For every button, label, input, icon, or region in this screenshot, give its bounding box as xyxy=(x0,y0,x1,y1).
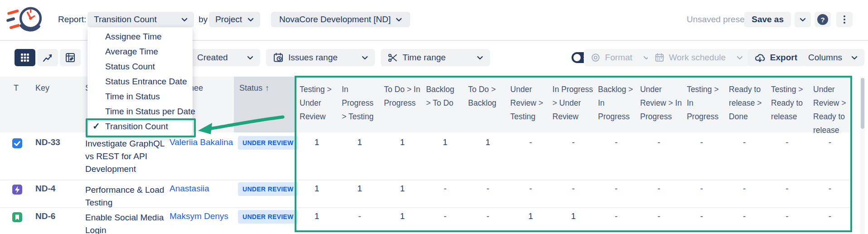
menu-item-transition-count[interactable]: ✓ Transition Count xyxy=(87,119,193,134)
issue-key-link[interactable]: ND-4 xyxy=(35,184,55,194)
table-row[interactable]: ND-4 Performance & Load Testing Anastasi… xyxy=(0,180,851,208)
transition-values-row: 1 1 1 1 1 - - - - - - - - xyxy=(296,137,851,147)
transition-value-cell: - xyxy=(595,211,637,221)
work-schedule-label: Work schedule xyxy=(669,53,726,63)
save-as-chevron-button[interactable] xyxy=(795,12,811,27)
menu-item-time-in-status-per-date[interactable]: Time in Status per Date xyxy=(87,104,193,119)
transition-column-header[interactable]: Testing > Ready to release xyxy=(767,77,809,137)
row-divider xyxy=(0,207,851,208)
issue-summary: Enable Social Media Login xyxy=(85,211,167,234)
transition-value-cell: - xyxy=(424,211,466,221)
assignee-link[interactable]: Valeriia Bakalina xyxy=(170,137,233,147)
help-button[interactable]: ? xyxy=(815,12,831,27)
save-as-button[interactable]: Save as xyxy=(744,12,791,27)
export-label: Export xyxy=(770,53,797,63)
grid-view-icon xyxy=(20,53,29,62)
pivot-view-icon xyxy=(65,52,76,63)
transition-values-row: 1 - 1 - - 1 1 - - - - - - xyxy=(296,211,851,221)
scrollbar-thumb[interactable] xyxy=(861,78,864,129)
issue-summary: Performance & Load Testing xyxy=(85,184,167,209)
issue-summary: Investigate GraphQL vs REST for API Deve… xyxy=(85,137,167,176)
chevron-down-icon xyxy=(737,56,743,60)
transition-value-cell: - xyxy=(723,211,766,221)
menu-item-time-in-status[interactable]: Time in Status xyxy=(87,89,193,104)
issue-key-link[interactable]: ND-33 xyxy=(35,137,60,147)
transition-value-cell: - xyxy=(509,184,552,194)
transition-value-cell: - xyxy=(809,137,851,147)
export-button[interactable]: Export xyxy=(747,49,804,66)
table-row[interactable]: ND-33 Investigate GraphQL vs REST for AP… xyxy=(0,132,851,180)
more-options-button[interactable] xyxy=(836,12,853,27)
transition-column-header[interactable]: To Do > Backlog xyxy=(464,77,506,137)
app-logo-stopwatch-icon xyxy=(6,4,45,38)
transition-value-cell: - xyxy=(509,137,552,147)
transition-value-cell: - xyxy=(723,184,766,194)
transition-column-header[interactable]: Backlog > To Do xyxy=(422,77,464,137)
sort-ascending-icon: ↑ xyxy=(265,83,269,93)
column-header-status[interactable]: Status↑ xyxy=(239,83,269,93)
target-icon xyxy=(591,53,601,63)
transition-value-cell: 1 xyxy=(296,184,338,194)
issue-key-link[interactable]: ND-6 xyxy=(35,211,55,221)
column-header-key[interactable]: Key xyxy=(35,83,49,93)
columns-dropdown[interactable]: Columns xyxy=(801,49,864,66)
project-selector-dropdown[interactable]: NovaCore Development [ND] xyxy=(271,12,410,27)
time-range-label: Time range xyxy=(402,53,446,63)
transition-column-header[interactable]: To Do > In Progress xyxy=(380,77,422,137)
sort-field-dropdown[interactable]: Created xyxy=(190,49,260,66)
transition-value-cell: - xyxy=(766,211,808,221)
preset-status-text: Unsaved preset xyxy=(687,15,747,24)
transition-value-cell: - xyxy=(338,211,381,221)
transition-value-cell: - xyxy=(637,211,680,221)
chevron-down-icon xyxy=(477,56,483,60)
transition-value-cell: - xyxy=(680,137,723,147)
app-root: Report: Transition Count by Project Nova… xyxy=(0,0,868,234)
transition-value-cell: 1 xyxy=(338,137,381,147)
transition-value-cell: - xyxy=(637,184,680,194)
pivot-view-button[interactable] xyxy=(60,49,81,66)
transition-value-cell: 1 xyxy=(338,184,381,194)
menu-item-status-entrance-date[interactable]: Status Entrance Date xyxy=(87,74,193,89)
kebab-menu-icon xyxy=(844,15,845,17)
transition-column-header[interactable]: Under Review > In Progress xyxy=(636,77,683,137)
row-divider xyxy=(0,180,851,180)
transition-value-cell: - xyxy=(552,137,595,147)
column-header-type[interactable]: T xyxy=(14,83,19,93)
columns-label: Columns xyxy=(808,53,842,63)
transition-value-cell: - xyxy=(466,211,509,221)
transition-value-cell: 1 xyxy=(381,184,424,194)
report-type-menu: Assignee Time Average Time Status Count … xyxy=(87,27,193,136)
menu-item-average-time[interactable]: Average Time xyxy=(87,44,193,59)
transition-column-header[interactable]: In Progress > Testing xyxy=(338,77,380,137)
transition-column-header[interactable]: Under Review > Testing xyxy=(506,77,548,137)
transition-column-header[interactable]: Ready to release > Done xyxy=(725,77,767,137)
transition-column-header[interactable]: Backlog > In Progress xyxy=(594,77,636,137)
by-label: by xyxy=(199,15,208,24)
transition-value-cell: 1 xyxy=(381,137,424,147)
chart-view-button[interactable] xyxy=(37,49,58,66)
chevron-down-icon xyxy=(181,18,188,22)
assignee-link[interactable]: Anastasiia xyxy=(170,184,209,194)
table-row[interactable]: ND-6 Enable Social Media Login Maksym De… xyxy=(0,208,851,234)
assignee-link[interactable]: Maksym Denys xyxy=(170,211,228,221)
issues-range-dropdown[interactable]: Issues range xyxy=(266,49,375,66)
vertical-scrollbar[interactable] xyxy=(860,77,865,234)
report-type-dropdown[interactable]: Transition Count xyxy=(87,12,194,27)
status-badge: UNDER REVIEW xyxy=(238,210,298,224)
format-label: Format xyxy=(605,53,632,63)
menu-item-status-count[interactable]: Status Count xyxy=(87,59,193,74)
chevron-down-icon xyxy=(247,18,254,22)
group-by-dropdown[interactable]: Project xyxy=(209,12,260,27)
transition-column-header[interactable]: Testing > In Progress xyxy=(683,77,725,137)
transition-value-cell: - xyxy=(424,184,466,194)
transition-column-header[interactable]: Testing > Under Review xyxy=(296,77,338,137)
transition-value-cell: - xyxy=(766,137,808,147)
time-range-dropdown[interactable]: Time range xyxy=(381,49,490,66)
table-view-button[interactable] xyxy=(15,49,35,66)
transition-column-header[interactable]: Under Review > Ready to release xyxy=(809,77,851,137)
work-schedule-dropdown[interactable]: Work schedule xyxy=(648,49,750,66)
transition-value-cell: - xyxy=(595,137,637,147)
format-dropdown[interactable]: Format xyxy=(584,49,656,66)
transition-column-header[interactable]: In Progress > Under Review xyxy=(548,77,594,137)
menu-item-assignee-time[interactable]: Assignee Time xyxy=(87,29,193,44)
